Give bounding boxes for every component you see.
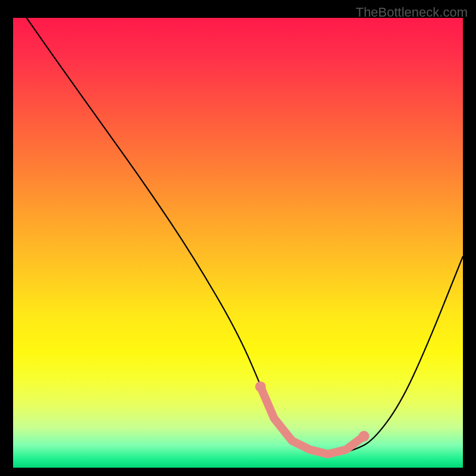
bottleneck-curve <box>27 18 463 454</box>
highlight-endpoint <box>359 431 369 441</box>
watermark-text: TheBottleneck.com <box>356 5 468 20</box>
highlight-endpoint <box>255 381 266 392</box>
chart-svg <box>13 18 463 468</box>
optimal-zone-highlight <box>261 387 364 454</box>
plot-area <box>13 18 463 468</box>
